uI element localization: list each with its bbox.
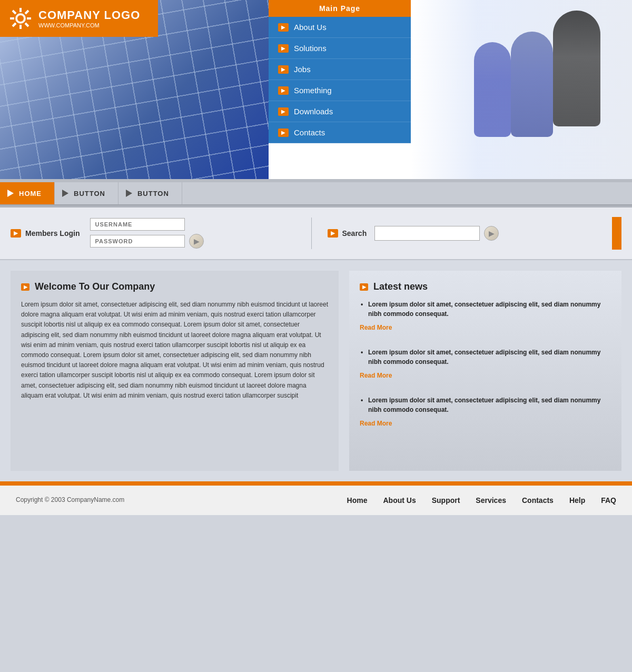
nav-item-about-us[interactable]: ▶ About Us (269, 17, 411, 38)
nav-label-downloads: Downloads (294, 107, 333, 116)
nav-label-solutions: Solutions (294, 44, 327, 53)
footer-nav-faq[interactable]: FAQ (601, 496, 616, 505)
person-silhouette-3 (474, 42, 511, 137)
members-login-text: Members Login (25, 229, 80, 238)
login-submit-button[interactable]: ▶ (189, 234, 204, 249)
footer-nav-services[interactable]: Services (476, 496, 506, 505)
login-section: ▶ Members Login ▶ (11, 218, 295, 249)
logo-title: COMPANY LOGO (38, 8, 140, 22)
logo-url: WWW.COMPANY.COM (38, 22, 140, 28)
search-icon: ▶ (328, 229, 338, 238)
login-search-bar: ▶ Members Login ▶ ▶ Search ▶ (0, 207, 632, 260)
welcome-title: ▶ Welcome To Our Company (21, 281, 328, 292)
read-more-2[interactable]: Read More (360, 372, 392, 379)
secondary-nav-button2[interactable]: BUTTON (118, 182, 182, 204)
search-label: ▶ Search (328, 229, 367, 238)
secondary-nav: HOME BUTTON BUTTON (0, 182, 632, 205)
nav-arrow-icon: ▶ (278, 44, 289, 53)
footer-nav-contacts[interactable]: Contacts (522, 496, 554, 505)
nav-item-something[interactable]: ▶ Something (269, 80, 411, 101)
main-content: ▶ Welcome To Our Company Lorem ipsum dol… (0, 260, 632, 481)
svg-line-6 (13, 11, 16, 14)
button2-arrow-icon (126, 190, 132, 197)
secondary-nav-home[interactable]: HOME (0, 182, 55, 204)
username-input[interactable] (90, 218, 185, 231)
welcome-section: ▶ Welcome To Our Company Lorem ipsum dol… (11, 271, 339, 471)
secondary-nav-home-label: HOME (19, 190, 42, 197)
nav-item-jobs[interactable]: ▶ Jobs (269, 59, 411, 80)
person-silhouette-2 (511, 32, 553, 137)
gear-icon (8, 6, 33, 31)
nav-label-something: Something (294, 86, 332, 95)
nav-column: Main Page ▶ About Us ▶ Solutions ▶ Jobs … (269, 0, 411, 143)
news-item-3-text: Lorem ipsum dolor sit amet, consectetuer… (360, 396, 611, 414)
svg-line-9 (13, 23, 16, 26)
news-item-1-text: Lorem ipsum dolor sit amet, consectetuer… (360, 300, 611, 319)
nav-label-contacts: Contacts (294, 128, 325, 137)
news-item-3: Lorem ipsum dolor sit amet, consectetuer… (360, 396, 611, 432)
svg-line-7 (25, 23, 28, 26)
nav-arrow-icon: ▶ (278, 107, 289, 116)
nav-item-downloads[interactable]: ▶ Downloads (269, 101, 411, 122)
footer-nav-home[interactable]: Home (347, 496, 368, 505)
members-login-label: ▶ Members Login (11, 229, 80, 238)
footer-nav-support[interactable]: Support (432, 496, 460, 505)
news-item-1: Lorem ipsum dolor sit amet, consectetuer… (360, 300, 611, 336)
logo-area: COMPANY LOGO WWW.COMPANY.COM (0, 0, 158, 37)
footer-nav-about-us[interactable]: About Us (383, 496, 416, 505)
password-input[interactable] (90, 235, 185, 248)
footer-nav-help[interactable]: Help (569, 496, 585, 505)
read-more-1[interactable]: Read More (360, 324, 392, 331)
news-section-icon: ▶ (360, 283, 368, 291)
login-fields: ▶ (90, 218, 204, 249)
username-row (90, 218, 204, 231)
search-submit-button[interactable]: ▶ (484, 226, 499, 241)
welcome-body-text: Lorem ipsum dolor sit amet, consectetuer… (21, 300, 328, 401)
login-icon: ▶ (11, 229, 21, 238)
button1-arrow-icon (62, 190, 68, 197)
secondary-nav-button2-label: BUTTON (137, 190, 169, 197)
footer-main: Copyright © 2003 CompanyName.com Home Ab… (0, 486, 632, 515)
secondary-nav-button1[interactable]: BUTTON (55, 182, 118, 204)
orange-side-bar (612, 217, 621, 250)
nav-arrow-icon: ▶ (278, 86, 289, 95)
home-arrow-icon (7, 190, 14, 197)
read-more-3[interactable]: Read More (360, 420, 392, 427)
footer-nav: Home About Us Support Services Contacts … (347, 496, 616, 505)
nav-item-contacts[interactable]: ▶ Contacts (269, 122, 411, 143)
nav-label-jobs: Jobs (294, 65, 311, 74)
nav-item-solutions[interactable]: ▶ Solutions (269, 38, 411, 59)
nav-arrow-icon: ▶ (278, 23, 289, 32)
logo-text: COMPANY LOGO WWW.COMPANY.COM (38, 8, 140, 28)
svg-point-1 (17, 15, 24, 22)
header: COMPANY LOGO WWW.COMPANY.COM Main Page ▶… (0, 0, 632, 179)
search-section: ▶ Search ▶ (328, 226, 613, 241)
nav-arrow-icon: ▶ (278, 65, 289, 74)
svg-line-8 (25, 11, 28, 14)
people-area (411, 0, 632, 179)
search-label-text: Search (342, 229, 367, 238)
search-input[interactable] (374, 226, 480, 241)
password-row: ▶ (90, 234, 204, 249)
footer-copyright: Copyright © 2003 CompanyName.com (16, 496, 337, 503)
news-section: ▶ Latest news Lorem ipsum dolor sit amet… (349, 271, 621, 471)
news-item-2: Lorem ipsum dolor sit amet, consectetuer… (360, 348, 611, 384)
news-title-text: Latest news (373, 281, 428, 292)
nav-arrow-icon: ▶ (278, 129, 289, 137)
main-page-tab: Main Page (269, 0, 411, 17)
welcome-section-icon: ▶ (21, 283, 29, 291)
person-silhouette-1 (553, 11, 600, 126)
nav-label-about-us: About Us (294, 23, 327, 32)
welcome-title-text: Welcome To Our Company (35, 281, 155, 292)
divider-vertical (311, 218, 312, 249)
news-item-2-text: Lorem ipsum dolor sit amet, consectetuer… (360, 348, 611, 367)
news-title: ▶ Latest news (360, 281, 611, 292)
secondary-nav-button1-label: BUTTON (74, 190, 105, 197)
footer-orange-bar (0, 481, 632, 486)
